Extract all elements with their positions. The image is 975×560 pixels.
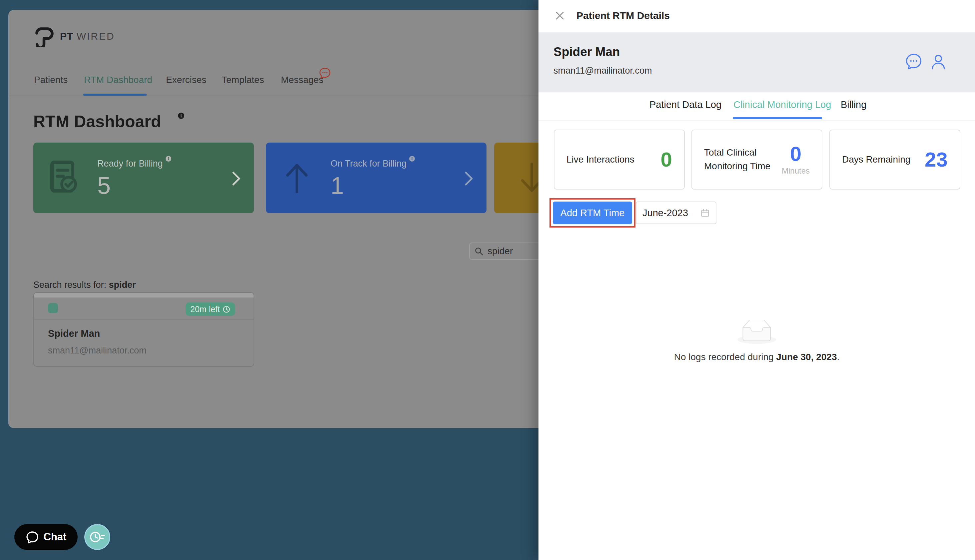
nav-item-rtm-dashboard[interactable]: RTM Dashboard — [84, 75, 152, 85]
summary-card-title: On Track for Billing — [330, 158, 407, 169]
heading-info-icon[interactable] — [178, 113, 184, 119]
patient-name: Spider Man — [48, 328, 100, 339]
tab-patient-data-log[interactable]: Patient Data Log — [650, 99, 722, 110]
summary-card-on-track-for-billing[interactable]: On Track for Billing 1 — [266, 143, 487, 213]
billing-document-check-icon — [50, 160, 78, 195]
stat-value: 0 — [790, 143, 802, 164]
patient-profile-icon[interactable] — [930, 53, 947, 70]
nav-item-templates[interactable]: Templates — [222, 75, 264, 85]
summary-card-ready-for-billing[interactable]: Ready for Billing 5 — [33, 143, 254, 213]
annotation-highlight-box — [550, 198, 635, 228]
stat-card-live-interactions: Live Interactions 0 — [554, 130, 685, 190]
page-title: RTM Dashboard — [33, 112, 161, 131]
stat-unit: Minutes — [782, 166, 810, 175]
search-results-label: Search results for: spider — [33, 280, 136, 290]
app-logo: PT WIRED — [33, 25, 115, 47]
active-tab-underline — [733, 117, 822, 119]
drawer-title: Patient RTM Details — [577, 10, 670, 21]
patient-result-card[interactable]: 20m left Spider Man sman11@mailinator.co… — [33, 292, 254, 367]
time-tracker-fab[interactable] — [84, 524, 110, 550]
empty-inbox-icon — [737, 320, 776, 345]
info-icon[interactable] — [409, 156, 415, 162]
patient-card-divider — [34, 319, 253, 320]
stat-label: Total Clinical Monitoring Time — [704, 146, 779, 173]
time-left-badge: 20m left — [186, 302, 235, 316]
chat-launcher-label: Chat — [43, 531, 67, 543]
messages-unread-badge-icon — [318, 67, 331, 79]
active-nav-underline — [83, 93, 147, 96]
drawer-patient-name: Spider Man — [553, 45, 620, 59]
patient-summary-band: Spider Man sman11@mailinator.com — [538, 32, 975, 92]
search-results-prefix: Search results for: — [33, 280, 109, 290]
calendar-icon — [700, 208, 710, 218]
pt-wired-logo-icon — [33, 25, 55, 47]
chat-launcher-button[interactable]: Chat — [14, 524, 78, 550]
drawer-header: Patient RTM Details — [538, 0, 975, 32]
message-patient-icon[interactable] — [905, 53, 922, 70]
time-left-label: 20m left — [190, 305, 220, 314]
chat-bubble-icon — [26, 530, 39, 544]
stat-value: 0 — [661, 149, 672, 170]
logo-text: PT WIRED — [60, 31, 115, 42]
tabs-divider — [538, 120, 975, 121]
drawer-patient-email: sman11@mailinator.com — [553, 66, 652, 76]
stat-card-days-remaining: Days Remaining 23 — [829, 130, 960, 190]
summary-card-title: Ready for Billing — [97, 158, 163, 169]
stat-card-total-clinical-monitoring-time: Total Clinical Monitoring Time 0 Minutes — [692, 130, 822, 190]
stat-label: Live Interactions — [567, 153, 635, 167]
patient-card-top-strip — [34, 293, 253, 297]
month-picker-field[interactable]: June-2023 — [636, 202, 717, 224]
search-icon — [475, 247, 483, 256]
arrow-up-icon — [283, 162, 311, 194]
stat-label: Days Remaining — [842, 153, 910, 167]
empty-state-message: No logs recorded during June 30, 2023. — [538, 352, 975, 362]
logo-pt: PT — [60, 31, 73, 42]
month-picker-value: June-2023 — [642, 208, 688, 218]
chevron-right-icon[interactable] — [232, 171, 241, 186]
empty-message-prefix: No logs recorded during — [674, 352, 777, 362]
search-results-term: spider — [109, 280, 136, 290]
screen: PT WIRED Patients RTM Dashboard Exercise… — [0, 0, 975, 560]
stat-value: 23 — [925, 149, 948, 170]
nav-item-patients[interactable]: Patients — [34, 75, 68, 85]
empty-state: No logs recorded during June 30, 2023. — [538, 320, 975, 362]
tab-clinical-monitoring-log[interactable]: Clinical Monitoring Log — [733, 99, 831, 110]
summary-card-value: 5 — [97, 173, 171, 198]
patient-status-avatar — [48, 303, 58, 313]
close-icon[interactable] — [555, 10, 565, 21]
tab-billing[interactable]: Billing — [841, 99, 867, 110]
nav-item-exercises[interactable]: Exercises — [166, 75, 206, 85]
nav-item-messages[interactable]: Messages — [281, 75, 323, 85]
info-icon[interactable] — [166, 156, 171, 162]
empty-message-suffix: . — [837, 352, 839, 362]
clock-history-icon — [90, 530, 105, 544]
empty-message-date: June 30, 2023 — [776, 352, 837, 362]
summary-card-value: 1 — [330, 173, 415, 198]
patient-rtm-details-drawer: Patient RTM Details Spider Man sman11@ma… — [538, 0, 975, 560]
chevron-right-icon[interactable] — [465, 171, 473, 186]
clock-icon — [223, 305, 230, 313]
logo-wired: WIRED — [77, 31, 115, 42]
patient-email: sman11@mailinator.com — [48, 345, 147, 356]
